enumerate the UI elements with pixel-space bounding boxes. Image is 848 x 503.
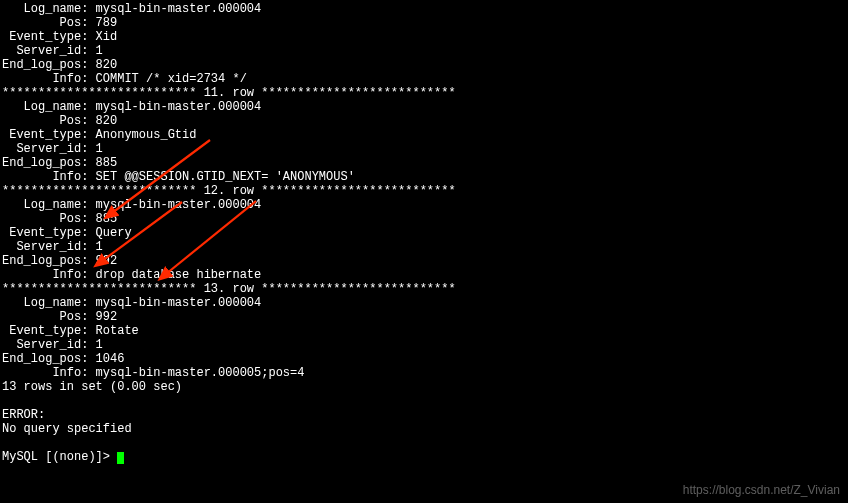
terminal-error: ERROR:No query specified	[0, 408, 848, 436]
watermark: https://blog.csdn.net/Z_Vivian	[683, 483, 840, 497]
output-line: Pos: 992	[0, 310, 848, 324]
output-line: Server_id: 1	[0, 338, 848, 352]
output-line: Log_name: mysql-bin-master.000004	[0, 100, 848, 114]
output-line: End_log_pos: 1046	[0, 352, 848, 366]
terminal-output: Log_name: mysql-bin-master.000004 Pos: 7…	[0, 2, 848, 394]
output-line: Pos: 789	[0, 16, 848, 30]
output-line: Server_id: 1	[0, 142, 848, 156]
cursor-icon	[117, 452, 124, 464]
prompt-text: MySQL [(none)]>	[2, 450, 117, 464]
output-line: End_log_pos: 820	[0, 58, 848, 72]
error-line: No query specified	[0, 422, 848, 436]
output-line: Info: drop database hibernate	[0, 268, 848, 282]
output-line: Server_id: 1	[0, 240, 848, 254]
output-line: *************************** 12. row ****…	[0, 184, 848, 198]
output-line: Event_type: Query	[0, 226, 848, 240]
error-line: ERROR:	[0, 408, 848, 422]
output-line: Info: mysql-bin-master.000005;pos=4	[0, 366, 848, 380]
output-line: Log_name: mysql-bin-master.000004	[0, 2, 848, 16]
output-line: Log_name: mysql-bin-master.000004	[0, 198, 848, 212]
output-line: Pos: 885	[0, 212, 848, 226]
output-line: 13 rows in set (0.00 sec)	[0, 380, 848, 394]
output-line: *************************** 13. row ****…	[0, 282, 848, 296]
mysql-prompt[interactable]: MySQL [(none)]>	[0, 450, 848, 464]
output-line: Server_id: 1	[0, 44, 848, 58]
output-line: Info: COMMIT /* xid=2734 */	[0, 72, 848, 86]
output-line: End_log_pos: 992	[0, 254, 848, 268]
output-line: Event_type: Anonymous_Gtid	[0, 128, 848, 142]
output-line: Event_type: Xid	[0, 30, 848, 44]
output-line: Info: SET @@SESSION.GTID_NEXT= 'ANONYMOU…	[0, 170, 848, 184]
output-line: *************************** 11. row ****…	[0, 86, 848, 100]
output-line: Pos: 820	[0, 114, 848, 128]
output-line: Event_type: Rotate	[0, 324, 848, 338]
output-line: Log_name: mysql-bin-master.000004	[0, 296, 848, 310]
output-line: End_log_pos: 885	[0, 156, 848, 170]
